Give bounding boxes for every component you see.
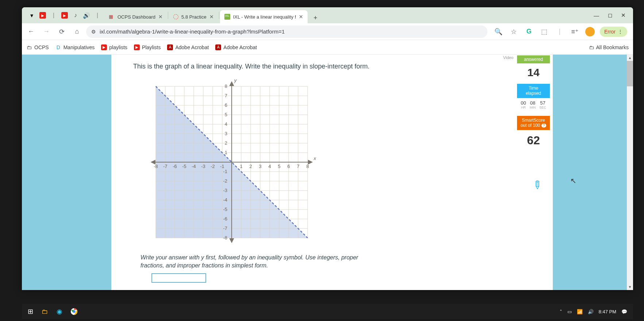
forward-button[interactable]: → <box>40 26 53 38</box>
youtube-icon: ▶ <box>134 44 140 50</box>
bookmark-ocps[interactable]: 🗀 OCPS <box>26 44 49 50</box>
adobe-icon: A <box>215 44 221 50</box>
tab-title: OCPS Dashboard <box>117 14 155 20</box>
tab-separator <box>219 12 219 19</box>
close-window-button[interactable]: ✕ <box>621 12 626 19</box>
bookmark-label: Adobe Acrobat <box>175 44 209 50</box>
scratchpad-pencil-icon[interactable]: ✎ <box>529 177 545 192</box>
svg-text:7: 7 <box>225 93 227 98</box>
wifi-icon[interactable]: 📶 <box>577 309 583 314</box>
new-tab-button[interactable]: + <box>310 12 321 23</box>
close-icon[interactable]: ✕ <box>158 14 163 20</box>
graph-svg: -8-7-6 -5-4-3 -2-1 123 456 78 87 65 43 2… <box>144 75 319 250</box>
minimize-button[interactable]: — <box>594 12 599 19</box>
battery-icon[interactable]: ▭ <box>567 309 572 314</box>
tray-chevron-icon[interactable]: ˄ <box>560 309 562 314</box>
svg-text:2: 2 <box>249 164 252 169</box>
notifications-icon[interactable]: 💬 <box>621 309 627 314</box>
music-note-icon[interactable]: ♪ <box>72 12 79 19</box>
zoom-icon[interactable]: 🔍 <box>493 27 504 37</box>
question-text: This is the graph of a linear inequality… <box>133 63 370 70</box>
video-chip[interactable]: Video <box>503 55 513 60</box>
window-controls: — ◻ ✕ <box>594 7 633 23</box>
di-icon: D <box>55 44 61 50</box>
taskbar-clock[interactable]: 8:47 PM <box>599 309 616 314</box>
bookmark-playlists-1[interactable]: ▶ playlists <box>101 44 127 50</box>
kebab-menu-icon[interactable]: ⋮ <box>618 29 623 35</box>
address-bar[interactable]: ⚙ ixl.com/math/algebra-1/write-a-linear-… <box>86 26 487 38</box>
error-chip[interactable]: Error ⋮ <box>600 27 627 37</box>
svg-text:-1: -1 <box>223 169 227 174</box>
svg-text:-6: -6 <box>223 216 227 222</box>
edge-icon[interactable]: ◉ <box>53 305 66 318</box>
answered-value: 14 <box>517 63 550 84</box>
youtube-icon[interactable]: ▶ <box>61 12 68 19</box>
grammarly-icon[interactable]: G <box>524 27 534 37</box>
reload-button[interactable]: ⟳ <box>55 26 68 38</box>
svg-text:-7: -7 <box>223 226 227 231</box>
close-icon[interactable]: ✕ <box>209 14 214 20</box>
bookmark-label: playlists <box>109 44 127 50</box>
svg-text:3: 3 <box>259 164 261 169</box>
tab-ixl-active[interactable]: IXL IXL - Write a linear inequality f ✕ <box>220 10 308 23</box>
questions-answered-box: answered 14 <box>517 55 550 84</box>
close-icon[interactable]: ✕ <box>299 14 303 20</box>
mouse-cursor-icon: ↖ <box>570 176 576 185</box>
smartscore-box: SmartScore out of 100 ? 62 <box>517 109 550 149</box>
bookmark-adobe-1[interactable]: A Adobe Acrobat <box>167 44 209 50</box>
svg-text:y: y <box>234 78 237 83</box>
vertical-scrollbar[interactable]: ▲ ▼ <box>627 55 633 290</box>
all-bookmarks-button[interactable]: 🗀 All Bookmarks <box>589 44 629 50</box>
maximize-button[interactable]: ◻ <box>608 12 612 19</box>
scroll-down-arrow-icon[interactable]: ▼ <box>627 284 633 290</box>
extensions-icon[interactable]: ⬚ <box>539 27 549 37</box>
reading-list-icon[interactable]: ≡⁺ <box>570 27 580 37</box>
tab-title: IXL - Write a linear inequality f <box>233 14 296 20</box>
profile-avatar[interactable] <box>585 27 595 36</box>
inequality-graph: -8-7-6 -5-4-3 -2-1 123 456 78 87 65 43 2… <box>144 75 319 250</box>
browser-window: ▾ ▶ | ▶ ♪ 🔊 | ▦ OCPS Dashboard ✕ 5.8 Pra… <box>22 7 633 290</box>
file-explorer-icon[interactable]: 🗀 <box>39 305 51 318</box>
bookmark-star-icon[interactable]: ☆ <box>509 27 519 37</box>
svg-text:7: 7 <box>297 164 299 169</box>
scrollbar-thumb[interactable] <box>627 61 633 86</box>
chevron-down-icon[interactable]: ▾ <box>28 12 35 19</box>
screen-root: ▾ ▶ | ▶ ♪ 🔊 | ▦ OCPS Dashboard ✕ 5.8 Pra… <box>0 0 644 321</box>
bookmark-label: Manipulatives <box>63 44 95 50</box>
svg-text:1: 1 <box>225 150 227 155</box>
tab-strip: ▾ ▶ | ▶ ♪ 🔊 | ▦ OCPS Dashboard ✕ 5.8 Pra… <box>22 7 633 23</box>
bookmark-playlists-2[interactable]: ▶ Playlists <box>134 44 161 50</box>
svg-text:4: 4 <box>268 164 271 169</box>
svg-text:5: 5 <box>278 164 280 169</box>
youtube-icon[interactable]: ▶ <box>39 12 46 19</box>
tab-58-practice[interactable]: 5.8 Practice ✕ <box>169 10 218 23</box>
info-icon[interactable]: ? <box>541 124 547 128</box>
bookmark-label: Adobe Acrobat <box>223 44 257 50</box>
svg-text:6: 6 <box>287 164 290 169</box>
bookmark-manipulatives[interactable]: D Manipulatives <box>55 44 95 50</box>
tab-separator <box>168 12 168 19</box>
svg-text:-4: -4 <box>223 197 227 203</box>
windows-taskbar: ⊞ 🗀 ◉ ˄ ▭ 📶 🔊 8:47 PM 💬 <box>22 304 633 319</box>
svg-text:-7: -7 <box>163 164 167 169</box>
start-button[interactable]: ⊞ <box>24 305 36 318</box>
bookmark-adobe-2[interactable]: A Adobe Acrobat <box>215 44 257 50</box>
folder-icon: 🗀 <box>589 44 594 50</box>
tab-ocps-dashboard[interactable]: ▦ OCPS Dashboard ✕ <box>104 10 167 23</box>
sound-icon[interactable]: 🔊 <box>588 309 594 314</box>
site-settings-icon[interactable]: ⚙ <box>91 29 96 35</box>
instruction-text: Write your answer with y first, followed… <box>140 254 374 270</box>
svg-text:-2: -2 <box>223 178 227 184</box>
svg-text:-2: -2 <box>211 164 215 169</box>
speaker-icon[interactable]: 🔊 <box>83 12 90 19</box>
chrome-icon[interactable] <box>68 305 80 318</box>
home-button[interactable]: ⌂ <box>71 26 83 38</box>
svg-marker-40 <box>230 82 234 86</box>
back-button[interactable]: ← <box>25 26 37 38</box>
grid-icon: ▦ <box>109 14 115 20</box>
answer-input[interactable] <box>151 273 206 283</box>
svg-text:8: 8 <box>225 83 227 89</box>
adobe-icon: A <box>167 44 173 50</box>
scroll-up-arrow-icon[interactable]: ▲ <box>627 55 633 61</box>
url-text: ixl.com/math/algebra-1/write-a-linear-in… <box>100 28 285 35</box>
